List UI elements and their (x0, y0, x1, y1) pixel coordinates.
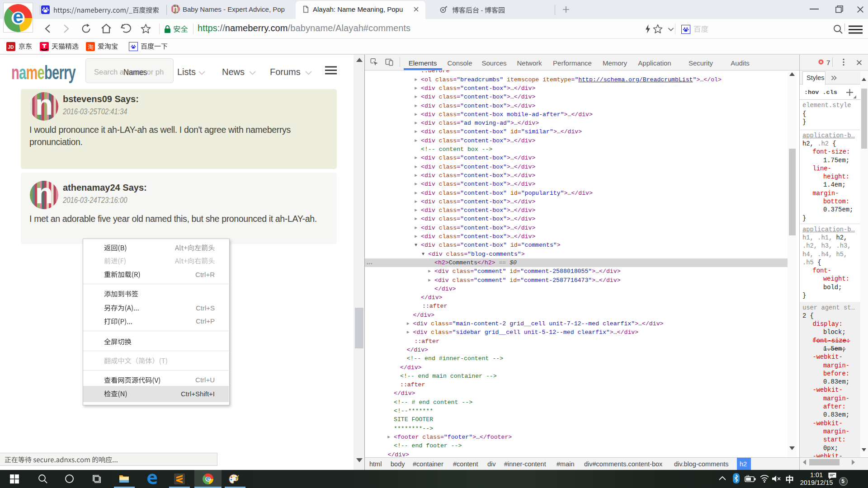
svg-text:JD: JD (8, 45, 14, 50)
svg-text:e: e (206, 474, 210, 482)
svg-text:n: n (35, 181, 53, 209)
svg-text:n: n (173, 5, 178, 14)
svg-text:n: n (35, 92, 53, 121)
svg-text:e: e (13, 6, 23, 27)
